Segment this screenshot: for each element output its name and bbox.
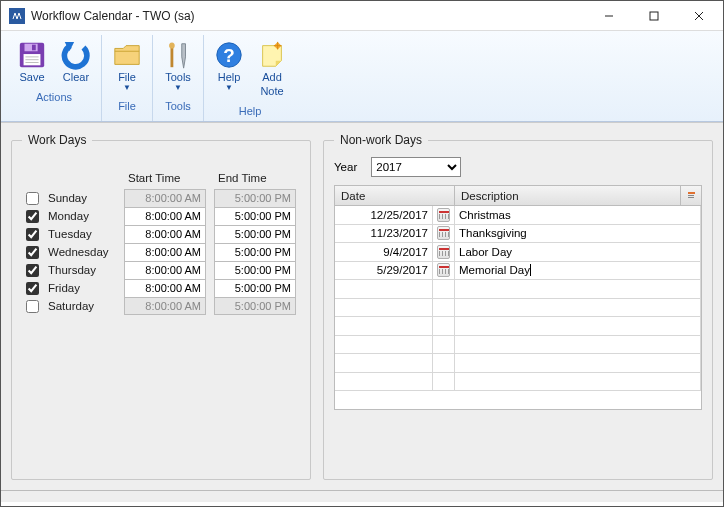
close-button[interactable] [676,2,721,30]
day-monday[interactable]: Monday [22,207,114,225]
description-cell[interactable]: Memorial Day [455,262,701,280]
day-label: Tuesday [48,228,92,240]
start-time-cell: 8:00:00 AM [124,189,206,207]
end-time-cell[interactable]: 5:00:00 PM [214,207,296,225]
end-time-cell[interactable]: 5:00:00 PM [214,261,296,279]
svg-text:?: ? [223,45,234,66]
ribbon-group-help: ?Help▼AddNoteHelp [204,35,296,121]
start-time-cell[interactable]: 8:00:00 AM [124,261,206,279]
day-checkbox-sunday[interactable] [26,192,39,205]
svg-rect-2 [650,12,658,20]
end-time-cell: 5:00:00 PM [214,297,296,315]
description-cell[interactable]: Labor Day [455,243,701,261]
day-checkbox-list: SundayMondayTuesdayWednesdayThursdayFrid… [22,189,114,315]
file-label: File [118,72,136,83]
day-wednesday[interactable]: Wednesday [22,243,114,261]
chevron-down-icon: ▼ [174,84,182,92]
date-cell[interactable] [335,354,433,372]
description-cell[interactable] [455,354,701,372]
end-time-cell[interactable]: 5:00:00 PM [214,243,296,261]
day-label: Wednesday [48,246,109,258]
start-time-cell[interactable]: 8:00:00 AM [124,207,206,225]
minimize-button[interactable] [586,2,631,30]
year-select[interactable]: 2017 [371,157,461,177]
grid-options-button[interactable] [681,186,701,205]
save-button[interactable]: Save [11,35,53,87]
table-row[interactable]: 11/23/2017Thanksgiving [335,225,701,244]
svg-point-13 [169,43,175,49]
date-cell[interactable] [335,299,433,317]
file-button[interactable]: File▼ [106,35,148,96]
addnote-button[interactable]: AddNote [252,35,292,101]
start-time-cell[interactable]: 8:00:00 AM [124,225,206,243]
end-time-cell[interactable]: 5:00:00 PM [214,279,296,297]
date-cell[interactable]: 12/25/2017 [335,206,433,224]
date-picker-button[interactable] [433,299,455,317]
description-cell[interactable] [455,280,701,298]
table-row[interactable] [335,354,701,373]
col-date-header[interactable]: Date [335,186,455,205]
save-label: Save [19,72,44,83]
help-button[interactable]: ?Help▼ [208,35,250,101]
day-label: Friday [48,282,80,294]
description-cell[interactable] [455,317,701,335]
addnote-label: AddNote [260,72,283,97]
end-time-cell[interactable]: 5:00:00 PM [214,225,296,243]
col-desc-header[interactable]: Description [455,186,681,205]
date-cell[interactable]: 9/4/2017 [335,243,433,261]
day-label: Sunday [48,192,87,204]
description-cell[interactable]: Thanksgiving [455,225,701,243]
day-checkbox-friday[interactable] [26,282,39,295]
day-label: Monday [48,210,89,222]
table-row[interactable]: 12/25/2017Christmas [335,206,701,225]
day-thursday[interactable]: Thursday [22,261,114,279]
date-picker-button[interactable] [433,262,455,280]
start-time-cell[interactable]: 8:00:00 AM [124,279,206,297]
table-row[interactable] [335,280,701,299]
date-picker-button[interactable] [433,354,455,372]
description-cell[interactable]: Christmas [455,206,701,224]
clear-button[interactable]: Clear [55,35,97,87]
date-cell[interactable]: 11/23/2017 [335,225,433,243]
table-row[interactable]: 5/29/2017Memorial Day [335,262,701,281]
undo-icon [60,39,92,71]
svg-rect-7 [32,45,36,51]
date-cell[interactable] [335,317,433,335]
date-picker-button[interactable] [433,317,455,335]
date-cell[interactable] [335,336,433,354]
description-cell[interactable] [455,299,701,317]
date-cell[interactable]: 5/29/2017 [335,262,433,280]
day-friday[interactable]: Friday [22,279,114,297]
date-picker-button[interactable] [433,243,455,261]
maximize-button[interactable] [631,2,676,30]
date-picker-button[interactable] [433,373,455,391]
table-row[interactable] [335,336,701,355]
non-work-days-group: Non-work Days Year 2017 Date Description… [323,133,713,480]
tools-button[interactable]: Tools▼ [157,35,199,96]
table-row[interactable] [335,299,701,318]
description-cell[interactable] [455,336,701,354]
date-picker-button[interactable] [433,225,455,243]
calendar-icon [439,248,449,256]
description-cell[interactable] [455,373,701,391]
date-cell[interactable] [335,280,433,298]
date-picker-button[interactable] [433,280,455,298]
day-checkbox-saturday[interactable] [26,300,39,313]
date-cell[interactable] [335,373,433,391]
table-row[interactable] [335,317,701,336]
table-row[interactable]: 9/4/2017Labor Day [335,243,701,262]
date-picker-button[interactable] [433,206,455,224]
start-time-cell[interactable]: 8:00:00 AM [124,243,206,261]
day-saturday[interactable]: Saturday [22,297,114,315]
day-checkbox-monday[interactable] [26,210,39,223]
day-tuesday[interactable]: Tuesday [22,225,114,243]
table-row[interactable] [335,373,701,392]
nonwork-grid: Date Description 12/25/2017Christmas11/2… [334,185,702,410]
date-picker-button[interactable] [433,336,455,354]
day-sunday[interactable]: Sunday [22,189,114,207]
day-checkbox-tuesday[interactable] [26,228,39,241]
grid-body[interactable]: 12/25/2017Christmas11/23/2017Thanksgivin… [335,206,701,409]
calendar-icon [439,211,449,219]
day-checkbox-thursday[interactable] [26,264,39,277]
day-checkbox-wednesday[interactable] [26,246,39,259]
